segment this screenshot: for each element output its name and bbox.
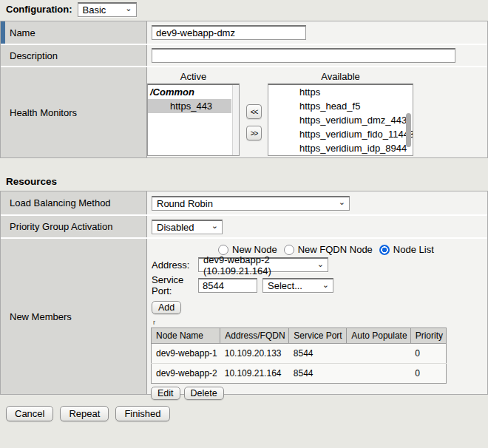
members-header-node-name: Node Name: [152, 328, 220, 344]
available-monitors-column: Available https https_head_f5 https_veri…: [268, 70, 413, 156]
available-monitors-listbox[interactable]: https https_head_f5 https_veridium_dmz_4…: [268, 84, 413, 156]
members-header-auto-populate: Auto Populate: [347, 328, 410, 344]
description-row: Description: [1, 44, 487, 66]
service-port-input[interactable]: [198, 278, 257, 293]
priority-group-label: Priority Group Activation: [10, 221, 112, 232]
load-balancing-select[interactable]: Round Robin ⌄: [152, 196, 350, 211]
port-preset-select[interactable]: Select... ⌄: [262, 278, 333, 293]
address-label: Address:: [152, 259, 198, 271]
service-port-line: Service Port: Select... ⌄: [152, 274, 487, 296]
available-monitor-item[interactable]: https_head_f5: [268, 99, 413, 113]
health-monitors-row: Health Monitors Active /Common https_443…: [1, 66, 487, 157]
available-monitor-item[interactable]: https_veridium_fido_11443: [268, 127, 413, 141]
description-label: Description: [10, 50, 58, 61]
monitor-move-buttons: << >>: [246, 104, 262, 140]
address-select-value: dev9-webapp-2 (10.109.21.164): [203, 254, 313, 276]
priority-group-value-cell: Disabled ⌄: [147, 216, 487, 237]
members-table-header-row: Node Name Address/FQDN Service Port Auto…: [152, 328, 447, 344]
members-header-address: Address/FQDN: [220, 328, 289, 344]
members-header-priority: Priority: [410, 328, 446, 344]
active-header: Active: [180, 70, 206, 83]
available-header: Available: [321, 70, 360, 83]
member-auto-populate: [347, 364, 410, 384]
chevron-down-icon: ⌄: [322, 281, 329, 288]
member-priority: 0: [410, 344, 446, 364]
priority-group-row: Priority Group Activation Disabled ⌄: [1, 214, 487, 237]
load-balancing-value-cell: Round Robin ⌄: [147, 191, 487, 214]
stray-text: r: [153, 319, 487, 325]
priority-group-label-cell: Priority Group Activation: [1, 216, 147, 237]
name-value-cell: [147, 21, 487, 44]
name-label: Name: [10, 27, 35, 38]
member-service-port: 8544: [289, 344, 347, 364]
new-members-value-cell: New Node New FQDN Node Node List Address…: [147, 239, 487, 394]
add-button[interactable]: Add: [152, 301, 181, 314]
member-auto-populate: [347, 344, 410, 364]
available-listbox-scrollbar-thumb[interactable]: [406, 113, 411, 147]
load-balancing-label: Load Balancing Method: [10, 197, 111, 208]
chevron-down-icon: ⌄: [339, 198, 345, 206]
name-input[interactable]: [152, 25, 306, 40]
radio-button-icon[interactable]: [284, 245, 294, 255]
repeat-button[interactable]: Repeat: [60, 406, 109, 421]
add-row: Add: [152, 301, 487, 314]
description-input[interactable]: [152, 48, 455, 63]
name-label-cell: Name: [1, 21, 147, 44]
active-monitors-column: Active /Common https_443: [147, 70, 240, 156]
radio-button-icon[interactable]: [379, 245, 390, 255]
radio-button-icon[interactable]: [218, 245, 228, 255]
active-listbox-scrollbar[interactable]: [232, 85, 239, 155]
load-balancing-select-value: Round Robin: [157, 198, 213, 209]
member-row[interactable]: dev9-webapp-2 10.109.21.164 8544 0: [152, 364, 447, 384]
footer-actions: Cancel Repeat Finished: [6, 406, 170, 421]
member-table-actions: Edit Delete: [151, 387, 487, 400]
name-row: Name: [1, 21, 487, 44]
move-to-available-button[interactable]: >>: [246, 126, 262, 140]
chevron-down-icon: ⌄: [211, 222, 218, 229]
members-header-service-port: Service Port: [289, 328, 347, 344]
member-priority: 0: [410, 364, 446, 384]
chevron-down-icon: ⌄: [125, 4, 132, 12]
cancel-button[interactable]: Cancel: [6, 406, 53, 421]
member-row[interactable]: dev9-webapp-1 10.109.20.133 8544 0: [152, 344, 447, 364]
load-balancing-label-cell: Load Balancing Method: [1, 191, 147, 214]
priority-group-select[interactable]: Disabled ⌄: [152, 220, 223, 234]
configuration-select[interactable]: Basic ⌄: [78, 2, 137, 17]
move-to-active-button[interactable]: <<: [246, 104, 262, 119]
available-monitor-item[interactable]: https: [268, 85, 413, 99]
member-node-name: dev9-webapp-1: [152, 344, 220, 364]
active-monitors-listbox[interactable]: /Common https_443: [147, 84, 240, 156]
priority-group-select-value: Disabled: [157, 222, 194, 233]
active-monitor-item[interactable]: https_443: [148, 99, 231, 113]
required-indicator: [1, 21, 5, 44]
configuration-select-value: Basic: [83, 4, 106, 16]
address-select[interactable]: dev9-webapp-2 (10.109.21.164) ⌄: [198, 257, 328, 272]
port-preset-select-value: Select...: [268, 280, 302, 291]
member-node-name: dev9-webapp-2: [152, 364, 220, 384]
available-monitor-item[interactable]: https_veridium_dmz_443: [268, 113, 413, 127]
members-table: Node Name Address/FQDN Service Port Auto…: [151, 327, 447, 384]
member-address: 10.109.21.164: [220, 364, 289, 384]
new-members-label-cell: New Members: [1, 239, 147, 394]
description-label-cell: Description: [1, 45, 147, 66]
description-value-cell: [147, 45, 487, 66]
edit-button[interactable]: Edit: [151, 387, 180, 400]
service-port-label: Service Port:: [152, 274, 198, 296]
radio-node-list[interactable]: Node List: [379, 244, 434, 255]
active-partition-group: /Common: [148, 85, 239, 99]
health-monitors-label-cell: Health Monitors: [1, 67, 147, 157]
pool-configuration-page: Configuration: Basic ⌄ Name Description: [0, 0, 488, 448]
load-balancing-row: Load Balancing Method Round Robin ⌄: [1, 191, 487, 214]
member-service-port: 8544: [289, 364, 347, 384]
general-properties-table: Name Description Health Monitors Active: [0, 21, 488, 158]
finished-button[interactable]: Finished: [115, 406, 169, 421]
chevron-down-icon: ⌄: [317, 260, 324, 268]
delete-button[interactable]: Delete: [184, 387, 224, 400]
configuration-label: Configuration:: [6, 4, 72, 15]
address-line: Address: dev9-webapp-2 (10.109.21.164) ⌄: [152, 257, 487, 272]
resources-table: Load Balancing Method Round Robin ⌄ Prio…: [0, 191, 488, 395]
health-monitors-value-cell: Active /Common https_443 << >> Available…: [147, 67, 487, 157]
radio-node-list-label: Node List: [393, 244, 434, 255]
available-monitor-item[interactable]: https_veridium_idp_8944: [268, 141, 413, 155]
resources-heading: Resources: [6, 176, 57, 187]
